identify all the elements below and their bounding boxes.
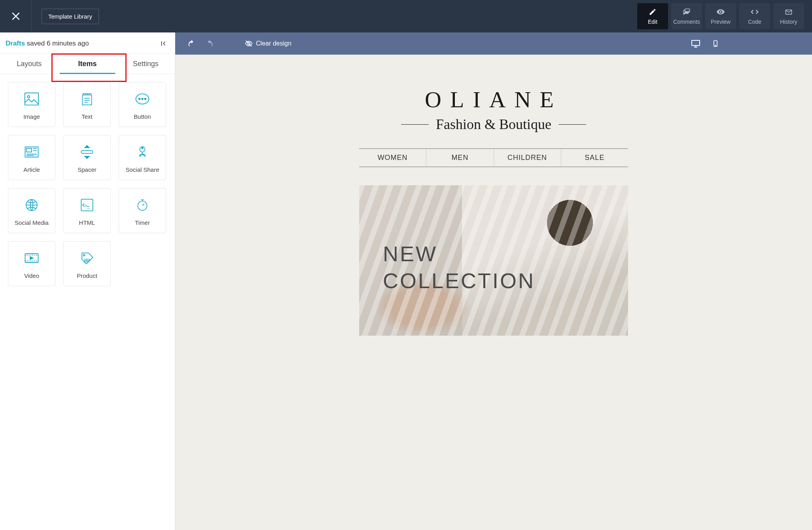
tab-layouts[interactable]: Layouts xyxy=(0,53,58,74)
mode-history[interactable]: History xyxy=(773,3,804,29)
canvas-toolbar: Clear design xyxy=(175,32,812,55)
svg-point-7 xyxy=(145,98,146,100)
svg-rect-10 xyxy=(81,150,93,153)
nav-children[interactable]: CHILDREN xyxy=(494,149,561,167)
article-icon xyxy=(23,142,40,161)
undo-icon xyxy=(187,39,196,48)
code-icon xyxy=(750,8,759,16)
canvas-area: Clear design xyxy=(175,32,812,530)
template-library-button[interactable]: Template Library xyxy=(42,9,99,24)
mode-code[interactable]: Code xyxy=(739,3,770,29)
canvas-toolbar-left: Clear design xyxy=(187,39,291,48)
tab-items[interactable]: Items xyxy=(58,53,116,74)
svg-point-18 xyxy=(83,254,85,256)
email-preview[interactable]: OLIANE Fashion & Boutique WOMEN MEN CHIL… xyxy=(175,55,812,336)
items-grid: Image Text Button xyxy=(0,74,175,294)
mode-edit-label: Edit xyxy=(648,19,657,25)
mode-comments-label: Comments xyxy=(673,19,700,25)
tagline-line-right xyxy=(558,124,586,125)
item-video-label: Video xyxy=(24,272,39,279)
topbar-left: Template Library xyxy=(0,0,99,32)
device-switcher xyxy=(691,39,719,48)
svg-rect-19 xyxy=(692,40,700,46)
spacer-icon xyxy=(78,142,96,161)
drafts-link[interactable]: Drafts xyxy=(6,40,25,47)
item-button-label: Button xyxy=(134,113,151,120)
video-icon xyxy=(23,249,40,268)
tagline-line-left xyxy=(401,124,429,125)
item-spacer[interactable]: Spacer xyxy=(63,135,111,180)
pencil-icon xyxy=(649,8,657,16)
mobile-icon xyxy=(712,40,719,47)
item-social-share-label: Social Share xyxy=(125,166,159,173)
mail-icon xyxy=(785,8,793,16)
item-video[interactable]: Video xyxy=(8,241,55,286)
topbar-modes: Edit Comments Preview Code xyxy=(637,3,804,29)
redo-button[interactable] xyxy=(205,39,214,48)
item-button[interactable]: Button xyxy=(119,82,166,127)
clear-design-label: Clear design xyxy=(256,40,291,47)
item-timer-label: Timer xyxy=(135,219,150,226)
comments-icon xyxy=(683,8,691,16)
hero-text: NEW COLLECTION xyxy=(383,241,535,294)
email-logo: OLIANE Fashion & Boutique xyxy=(175,86,812,133)
mode-history-label: History xyxy=(780,19,797,25)
item-text-label: Text xyxy=(81,113,93,120)
mode-preview[interactable]: Preview xyxy=(705,3,736,29)
item-social-share[interactable]: Social Share xyxy=(119,135,166,180)
item-social-media-label: Social Media xyxy=(15,219,49,226)
svg-rect-9 xyxy=(26,148,32,152)
text-icon xyxy=(79,89,95,108)
email-nav: WOMEN MEN CHILDREN SALE xyxy=(359,148,628,167)
clear-icon xyxy=(245,40,253,47)
collapse-left-icon xyxy=(160,40,167,47)
hero-banner[interactable]: NEW COLLECTION xyxy=(359,185,628,336)
desktop-icon xyxy=(691,39,700,48)
item-timer[interactable]: Timer xyxy=(119,188,166,233)
sidebar-tabs: Layouts Items Settings xyxy=(0,53,175,74)
product-icon xyxy=(78,249,96,268)
item-spacer-label: Spacer xyxy=(78,166,97,173)
mode-code-label: Code xyxy=(748,19,761,25)
close-button[interactable] xyxy=(0,0,32,32)
device-desktop-button[interactable] xyxy=(691,39,700,48)
item-image[interactable]: Image xyxy=(8,82,55,127)
mode-edit[interactable]: Edit xyxy=(637,3,668,29)
item-text[interactable]: Text xyxy=(63,82,111,127)
svg-point-2 xyxy=(27,95,30,98)
item-html[interactable]: >_ HTML xyxy=(63,188,111,233)
saved-text: saved 6 minutes ago xyxy=(25,40,89,47)
nav-women[interactable]: WOMEN xyxy=(359,149,426,167)
clear-design-button[interactable]: Clear design xyxy=(245,40,291,47)
nav-sale[interactable]: SALE xyxy=(561,149,628,167)
item-html-label: HTML xyxy=(79,219,95,226)
tagline-row: Fashion & Boutique xyxy=(175,116,812,133)
hero-line2: COLLECTION xyxy=(383,268,535,294)
mode-comments[interactable]: Comments xyxy=(671,3,702,29)
image-icon xyxy=(23,89,41,108)
eye-icon xyxy=(716,8,725,16)
item-article[interactable]: Article xyxy=(8,135,55,180)
collapse-sidebar-button[interactable] xyxy=(160,40,167,47)
brand-tagline: Fashion & Boutique xyxy=(436,116,551,133)
social-share-icon xyxy=(134,142,150,161)
svg-text:>_: >_ xyxy=(84,202,90,208)
hero-line1: NEW xyxy=(383,241,535,268)
svg-point-12 xyxy=(142,147,143,148)
device-mobile-button[interactable] xyxy=(712,40,719,47)
item-social-media[interactable]: Social Media xyxy=(8,188,55,233)
sidebar: Drafts saved 6 minutes ago Layouts Items… xyxy=(0,32,175,530)
canvas-scroll[interactable]: OLIANE Fashion & Boutique WOMEN MEN CHIL… xyxy=(175,55,812,530)
brand-name: OLIANE xyxy=(175,86,812,113)
item-product-label: Product xyxy=(77,272,97,279)
tab-settings[interactable]: Settings xyxy=(117,53,175,74)
nav-men[interactable]: MEN xyxy=(426,149,494,167)
undo-button[interactable] xyxy=(187,39,196,48)
social-media-icon xyxy=(23,196,40,215)
timer-icon xyxy=(134,196,150,215)
svg-rect-1 xyxy=(25,93,39,105)
top-header: Template Library Edit Comments Preview xyxy=(0,0,812,32)
svg-point-21 xyxy=(715,45,716,46)
item-product[interactable]: Product xyxy=(63,241,111,286)
item-article-label: Article xyxy=(23,166,40,173)
